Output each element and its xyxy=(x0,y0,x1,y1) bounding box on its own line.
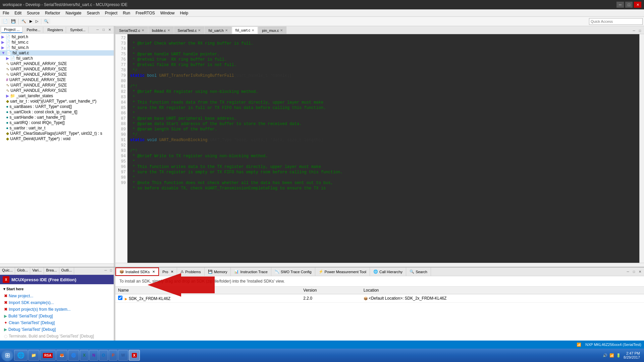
tab-bubble[interactable]: bubble.c ✕ xyxy=(148,26,174,34)
sdk-row-1[interactable]: ▶ SDK_2x_FRDM-KL46Z 2.2.0 📦 <Default Loc… xyxy=(115,294,644,303)
tab-power-measurement[interactable]: ⚡ Power Measurement Tool xyxy=(315,267,370,276)
taskbar-mcuxpresso[interactable]: X xyxy=(129,350,140,361)
bottom-left-maximize[interactable]: □ xyxy=(108,267,114,273)
toolbar-run[interactable]: ▷ xyxy=(34,18,40,24)
code-content[interactable]: * @brief Check whether the RX ring buffe… xyxy=(127,34,639,263)
quick-access-input[interactable] xyxy=(589,18,643,25)
menu-refactor[interactable]: Refactor xyxy=(42,10,63,16)
toolbar-debug[interactable]: ▶ xyxy=(28,18,34,24)
toolbar-search[interactable]: 🔍 xyxy=(42,18,50,24)
tab-fsl-uart-c[interactable]: fsl_uart.c ✕ xyxy=(232,26,258,34)
menu-file[interactable]: File xyxy=(0,10,12,16)
tab-project[interactable]: Project ... xyxy=(1,27,22,33)
tab-pin-mux[interactable]: pin_mux.c ✕ xyxy=(258,26,286,34)
menu-project[interactable]: Project xyxy=(102,10,120,16)
bottom-panel-minimize[interactable]: ─ xyxy=(625,269,631,275)
taskbar-rsa[interactable]: RSA xyxy=(40,350,56,361)
tree-item-uart-deinit[interactable]: ◆ UART_Deinit(UART_Type*) : void xyxy=(0,136,114,141)
tree-item-handle-5[interactable]: ∿ UART_HANDLE_ARRAY_SIZE xyxy=(0,82,114,88)
toolbar-new[interactable]: 📄 xyxy=(1,18,9,24)
tree-item-handle-2[interactable]: ∿ UART_HANDLE_ARRAY_SIZE xyxy=(0,66,114,72)
maximize-button[interactable]: □ xyxy=(625,2,633,8)
menu-source[interactable]: Source xyxy=(24,10,42,16)
taskbar-powerpoint[interactable]: P xyxy=(109,350,117,361)
tab-registers[interactable]: Registers xyxy=(45,27,66,33)
tab-memory[interactable]: 💾 Memory xyxy=(205,267,231,276)
tab-glob[interactable]: Glob... xyxy=(15,267,30,275)
code-scrollbar-v[interactable] xyxy=(639,34,644,263)
menu-search[interactable]: Search xyxy=(84,10,102,16)
tree-item-uart-isr[interactable]: ● s_uartIsr : uart_isr_t xyxy=(0,125,114,131)
tab-close-serialtest[interactable]: ✕ xyxy=(198,28,201,32)
start-button[interactable]: ⊞ xyxy=(1,349,13,361)
tree-item-fsl-uart-h[interactable]: ▶ 📄 fsl_uart.h xyxy=(0,56,114,61)
mcu-build[interactable]: ▶ Build 'SerialTest' [Debug] xyxy=(3,313,111,319)
bottom-left-minimize[interactable]: ─ xyxy=(103,267,108,273)
tree-item-uart-irq[interactable]: ● s_uartIRQ : const IRQn_Type[] xyxy=(0,120,114,125)
tree-item-handle-1[interactable]: ∿ UART_HANDLE_ARRAY_SIZE xyxy=(0,61,114,66)
menu-window[interactable]: Window xyxy=(158,10,177,16)
sdk-row-1-checkbox[interactable] xyxy=(118,296,122,300)
taskbar-ie[interactable]: 🌐 xyxy=(14,350,28,361)
taskbar-excel[interactable]: X xyxy=(80,350,89,361)
tab-symbol[interactable]: Symbol... xyxy=(67,27,89,33)
tab-close-fsl-uart-c[interactable]: ✕ xyxy=(252,28,254,32)
menu-help[interactable]: Help xyxy=(177,10,191,16)
tab-vari[interactable]: Vari... xyxy=(30,267,44,275)
tab-fsl-uart-h[interactable]: fsl_uart.h ✕ xyxy=(205,26,231,34)
tree-item-fsl-port[interactable]: ▶ 📄 fsl_port.h xyxy=(0,34,114,40)
tab-search[interactable]: 🔍 Search xyxy=(406,267,431,276)
mcu-import-project[interactable]: ✖ Import project(s) from file system... xyxy=(3,306,111,313)
code-editor[interactable]: 7273747576 7778798081 8283848586 8788899… xyxy=(115,34,644,263)
editor-maximize-icon[interactable]: □ xyxy=(637,28,643,33)
mcu-terminate[interactable]: ◌ Terminate, Build and Debug 'SerialTest… xyxy=(3,333,111,340)
tree-item-fsl-smc-h[interactable]: ▶ 📄 fsl_smc.h xyxy=(0,45,114,50)
tree-item-uart-handle[interactable]: ● s_uartHandle : uart_handle_t*[] xyxy=(0,115,114,120)
mcu-import-sdk[interactable]: ✖ Import SDK example(s)... xyxy=(3,299,111,306)
tree-item-fsl-smc-c[interactable]: ▶ 📄 fsl_smc.c xyxy=(0,40,114,45)
toolbar-build[interactable]: 🔨 xyxy=(20,18,28,24)
editor-minimize-icon[interactable]: ─ xyxy=(631,28,637,33)
tab-instruction-trace[interactable]: 📊 Instruction Trace xyxy=(231,267,271,276)
tab-pro[interactable]: Pro ✕ xyxy=(159,267,177,276)
tab-close-pin-mux[interactable]: ✕ xyxy=(280,28,283,32)
tab-call-hierarchy[interactable]: 🌐 Call Hierarchy xyxy=(370,267,406,276)
tree-item-uart-isr-t[interactable]: ◆ uart_isr_t : void(*)(UART_Type*, uart_… xyxy=(0,99,114,104)
bottom-panel-maximize[interactable]: □ xyxy=(631,269,637,275)
tree-item-handle-6[interactable]: ∿ UART_HANDLE_ARRAY_SIZE xyxy=(0,88,114,93)
pro-close[interactable]: ✕ xyxy=(171,270,173,274)
tab-serialtest[interactable]: SerialTest.c ✕ xyxy=(174,26,205,34)
tree-item-uart-bases[interactable]: ● s_uartBases : UART_Type* const[] xyxy=(0,104,114,109)
taskbar-onenote[interactable]: N xyxy=(89,350,98,361)
tab-swo-trace[interactable]: 📉 SWO Trace Config xyxy=(271,267,315,276)
tab-periph[interactable]: Perihe... xyxy=(24,27,43,33)
panel-close-icon[interactable]: ✕ xyxy=(107,27,112,33)
tab-outli[interactable]: Outli... xyxy=(59,267,74,275)
tab-installed-sdks[interactable]: 📦 Installed SDKs ✕ xyxy=(115,267,159,276)
tab-close-serialtest2[interactable]: ✕ xyxy=(142,28,144,32)
tab-quick[interactable]: Quic... xyxy=(0,267,15,275)
mcu-clean[interactable]: ✦ Clean 'SerialTest' [Debug] xyxy=(3,319,111,326)
menu-freertos[interactable]: FreeRTOS xyxy=(133,10,158,16)
tab-close-fsl-uart-h[interactable]: ✕ xyxy=(225,28,228,32)
tab-brea[interactable]: Brea... xyxy=(44,267,59,275)
panel-minimize-icon[interactable]: ─ xyxy=(95,27,100,33)
tab-serialtest2[interactable]: SerialTest2.c ✕ xyxy=(115,26,148,34)
toolbar-save[interactable]: 💾 xyxy=(9,18,17,24)
taskbar-chrome[interactable]: 🌀 xyxy=(68,350,79,361)
clock[interactable]: 2:47 PM 8/29/2017 xyxy=(624,351,640,359)
tree-item-uart-transfer[interactable]: ▶ 📁 _uart_tansfer_states xyxy=(0,93,114,99)
menu-navigate[interactable]: Navigate xyxy=(63,10,84,16)
tree-item-handle-3[interactable]: ∿ UART_HANDLE_ARRAY_SIZE xyxy=(0,72,114,77)
taskbar-explorer[interactable]: 📁 xyxy=(28,350,39,361)
tree-item-fsl-uart-c[interactable]: ▼ 📄 fsl_uart.c xyxy=(0,50,114,56)
taskbar-outlook[interactable]: O xyxy=(99,350,108,361)
taskbar-word[interactable]: W xyxy=(118,350,128,361)
code-scrollbar-h[interactable] xyxy=(115,263,644,267)
bottom-panel-close[interactable]: ✕ xyxy=(637,269,643,275)
tab-problems[interactable]: ⚠ Problems xyxy=(177,267,204,276)
menu-run[interactable]: Run xyxy=(120,10,133,16)
mcu-debug[interactable]: ▶ Debug 'SerialTest' [Debug] xyxy=(3,326,111,333)
tree-item-handle-4[interactable]: # UART_HANDLE_ARRAY_SIZE xyxy=(0,77,114,82)
mcu-new-project[interactable]: ✖ New project... xyxy=(3,293,111,299)
